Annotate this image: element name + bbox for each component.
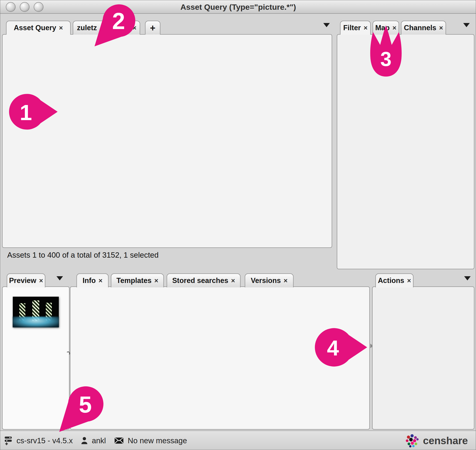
tab-versions-label: Versions <box>251 277 281 285</box>
user-icon <box>81 437 88 444</box>
callout-3-map-tab: 3 <box>368 24 404 77</box>
logged-in-user: ankl <box>92 436 106 445</box>
callout-5-statusbar: 5 <box>58 385 104 434</box>
tab-preview-label: Preview <box>9 277 36 285</box>
tab-stored-searches[interactable]: Stored searches × <box>167 273 241 287</box>
tab-close-icon[interactable]: × <box>59 24 63 32</box>
server-icon <box>4 436 12 445</box>
plus-icon: + <box>150 23 155 33</box>
censhare-window: Asset Query (Type="picture.*") Asset Que… <box>0 0 476 450</box>
preview-tab-dropdown-icon[interactable] <box>56 276 63 280</box>
tab-channels[interactable]: Channels × <box>401 21 446 35</box>
tab-versions[interactable]: Versions × <box>245 273 294 287</box>
censhare-logo-icon <box>405 434 419 447</box>
window-title: Asset Query (Type="picture.*") <box>0 3 476 12</box>
pane-splitter-handle[interactable] <box>66 351 70 355</box>
preview-thumbnail[interactable] <box>13 297 59 327</box>
tab-close-icon[interactable]: × <box>363 24 368 32</box>
tab-asset-query[interactable]: Asset Query × <box>6 21 71 35</box>
tab-close-icon[interactable]: × <box>154 277 158 284</box>
mail-icon[interactable] <box>114 437 124 444</box>
tab-close-icon[interactable]: × <box>99 277 102 284</box>
tab-info[interactable]: Info × <box>77 273 108 287</box>
callout-1-asset-list: 1 <box>9 93 59 130</box>
message-status: No new message <box>128 436 187 445</box>
tab-actions[interactable]: Actions × <box>375 273 413 287</box>
callout-5-number: 5 <box>79 391 92 417</box>
callout-1-number: 1 <box>20 100 32 125</box>
tab-close-icon[interactable]: × <box>231 277 235 284</box>
tab-overflow-dropdown-icon[interactable] <box>323 23 330 27</box>
tab-add-button[interactable]: + <box>145 21 160 35</box>
title-bar: Asset Query (Type="picture.*") <box>0 0 476 14</box>
tab-close-icon[interactable]: × <box>439 24 443 32</box>
callout-4-actions: 4 <box>315 327 369 367</box>
tab-actions-label: Actions <box>378 277 405 285</box>
filter-panel <box>337 34 474 269</box>
result-count-status: Assets 1 to 400 of a total of 3152, 1 se… <box>7 251 159 260</box>
tab-templates-label: Templates <box>116 277 152 285</box>
tab-asset-query-label: Asset Query <box>14 24 56 32</box>
tab-stored-searches-label: Stored searches <box>172 277 228 285</box>
callout-4-number: 4 <box>327 336 339 360</box>
server-status: cs-srv15 - v4.5.x <box>17 436 73 445</box>
callout-3-number: 3 <box>380 48 391 70</box>
tab-info-label: Info <box>83 277 96 285</box>
tab-close-icon[interactable]: × <box>407 277 411 284</box>
actions-tab-dropdown-icon[interactable] <box>464 276 471 280</box>
tab-channels-label: Channels <box>404 24 436 32</box>
asset-query-panel <box>2 34 332 248</box>
tab-preview[interactable]: Preview × <box>7 273 45 287</box>
filter-tab-dropdown-icon[interactable] <box>463 23 470 27</box>
callout-2-number: 2 <box>112 8 125 34</box>
tab-filter-label: Filter <box>343 24 361 32</box>
tab-filter[interactable]: Filter × <box>340 21 371 35</box>
tab-close-icon[interactable]: × <box>39 277 43 284</box>
callout-2-toolbar: 2 <box>93 4 136 48</box>
tab-close-icon[interactable]: × <box>284 277 287 284</box>
censhare-brand-label: censhare <box>423 435 468 446</box>
actions-panel <box>372 286 474 430</box>
tab-templates[interactable]: Templates × <box>111 273 164 287</box>
